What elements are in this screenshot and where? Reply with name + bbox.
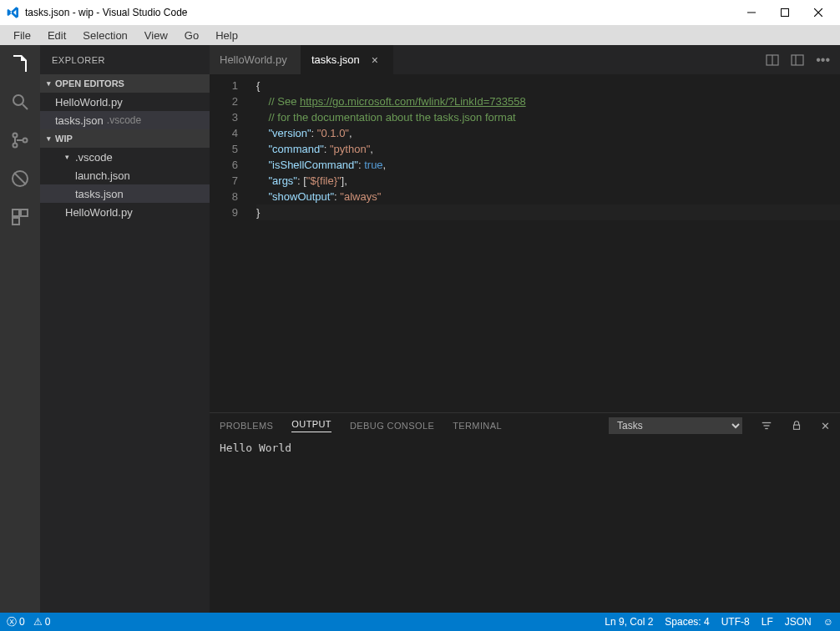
svg-rect-1 xyxy=(782,9,789,17)
file-item[interactable]: launch.json xyxy=(40,166,210,184)
lock-icon[interactable] xyxy=(791,420,802,432)
vscode-logo-icon xyxy=(7,6,20,19)
status-spaces[interactable]: Spaces: 4 xyxy=(665,616,709,628)
svg-line-5 xyxy=(23,104,28,109)
open-editor-label: tasks.json xyxy=(55,114,104,127)
workspace-header[interactable]: ▾ WIP xyxy=(40,129,210,148)
status-language[interactable]: JSON xyxy=(785,616,812,628)
file-item[interactable]: tasks.json xyxy=(40,184,210,203)
split-editor-icon[interactable] xyxy=(766,53,779,67)
menu-view[interactable]: View xyxy=(136,28,176,43)
panel-tab-problems[interactable]: PROBLEMS xyxy=(220,421,273,431)
svg-rect-12 xyxy=(21,209,28,216)
panel-tab-terminal[interactable]: TERMINAL xyxy=(453,421,502,431)
file-label: tasks.json xyxy=(75,188,124,200)
sidebar-title: EXPLORER xyxy=(40,45,210,74)
open-editors-header[interactable]: ▾ OPEN EDITORS xyxy=(40,74,210,93)
open-editor-desc: .vscode xyxy=(107,114,141,126)
close-button[interactable] xyxy=(810,4,827,21)
tab-label: HelloWorld.py xyxy=(220,53,287,66)
menu-selection[interactable]: Selection xyxy=(74,28,135,43)
status-errors[interactable]: ⓧ 0 xyxy=(7,615,25,629)
maximize-button[interactable] xyxy=(777,4,793,21)
activity-bar xyxy=(0,45,40,613)
status-eol[interactable]: LF xyxy=(762,616,773,628)
feedback-icon[interactable]: ☺ xyxy=(823,616,833,628)
svg-point-8 xyxy=(23,139,28,143)
svg-rect-13 xyxy=(13,218,19,225)
svg-rect-16 xyxy=(792,55,803,65)
status-encoding[interactable]: UTF-8 xyxy=(721,616,750,628)
editor-tab[interactable]: HelloWorld.py xyxy=(210,45,301,74)
editor-tabs: HelloWorld.py tasks.json × ••• xyxy=(210,45,840,74)
open-editor-label: HelloWorld.py xyxy=(55,96,123,109)
search-icon[interactable] xyxy=(8,90,32,114)
open-editor-item[interactable]: HelloWorld.py xyxy=(40,93,210,111)
svg-point-7 xyxy=(13,144,18,148)
editor-area: HelloWorld.py tasks.json × ••• 123456789… xyxy=(210,45,840,613)
svg-point-4 xyxy=(13,95,23,105)
line-numbers: 123456789 xyxy=(210,74,250,412)
svg-rect-21 xyxy=(794,425,800,429)
chevron-down-icon: ▾ xyxy=(43,134,53,143)
status-lncol[interactable]: Ln 9, Col 2 xyxy=(605,616,653,628)
explorer-icon[interactable] xyxy=(8,52,32,75)
folder-label: .vscode xyxy=(75,151,113,164)
source-control-icon[interactable] xyxy=(8,129,32,152)
panel-tab-output[interactable]: OUTPUT xyxy=(291,419,331,432)
warning-icon: ⚠ xyxy=(33,616,43,628)
open-editors-label: OPEN EDITORS xyxy=(55,78,124,88)
file-item[interactable]: HelloWorld.py xyxy=(40,203,210,221)
status-warnings[interactable]: ⚠ 0 xyxy=(33,615,51,629)
error-icon: ⓧ xyxy=(7,615,17,629)
workspace-label: WIP xyxy=(55,134,73,144)
panel: PROBLEMS OUTPUT DEBUG CONSOLE TERMINAL T… xyxy=(210,412,840,613)
filter-icon[interactable] xyxy=(761,420,772,432)
debug-icon[interactable] xyxy=(8,167,32,190)
chevron-down-icon: ▾ xyxy=(43,79,53,88)
svg-point-6 xyxy=(13,134,18,138)
panel-tab-debug-console[interactable]: DEBUG CONSOLE xyxy=(350,421,434,431)
close-icon[interactable]: × xyxy=(372,53,378,67)
code-content[interactable]: { // See https://go.microsoft.com/fwlink… xyxy=(250,74,840,412)
folder-item[interactable]: ▾ .vscode xyxy=(40,148,210,166)
open-editor-item[interactable]: tasks.json .vscode xyxy=(40,111,210,129)
panel-output[interactable]: Hello World xyxy=(210,438,840,613)
menu-file[interactable]: File xyxy=(5,28,39,43)
more-icon[interactable]: ••• xyxy=(816,53,830,68)
menu-help[interactable]: Help xyxy=(207,28,246,43)
panel-tabs: PROBLEMS OUTPUT DEBUG CONSOLE TERMINAL T… xyxy=(210,413,840,438)
chevron-down-icon: ▾ xyxy=(65,153,73,161)
sidebar: EXPLORER ▾ OPEN EDITORS HelloWorld.py ta… xyxy=(40,45,210,613)
editor-body[interactable]: 123456789 { // See https://go.microsoft.… xyxy=(210,74,840,412)
extensions-icon[interactable] xyxy=(8,205,32,229)
svg-line-10 xyxy=(14,173,26,184)
window-title: tasks.json - wip - Visual Studio Code xyxy=(25,7,743,18)
layout-icon[interactable] xyxy=(791,53,804,67)
output-channel-select[interactable]: Tasks xyxy=(609,417,742,434)
menubar: File Edit Selection View Go Help xyxy=(0,25,840,45)
minimize-button[interactable] xyxy=(743,4,760,21)
close-panel-icon[interactable]: ✕ xyxy=(821,420,830,432)
svg-rect-11 xyxy=(13,209,19,216)
editor-tab[interactable]: tasks.json × xyxy=(301,45,393,74)
tab-label: tasks.json xyxy=(311,53,360,66)
menu-edit[interactable]: Edit xyxy=(39,28,74,43)
titlebar: tasks.json - wip - Visual Studio Code xyxy=(0,0,840,25)
menu-go[interactable]: Go xyxy=(176,28,207,43)
statusbar: ⓧ 0 ⚠ 0 Ln 9, Col 2 Spaces: 4 UTF-8 LF J… xyxy=(0,613,840,631)
file-label: launch.json xyxy=(75,169,130,182)
file-label: HelloWorld.py xyxy=(65,206,133,219)
